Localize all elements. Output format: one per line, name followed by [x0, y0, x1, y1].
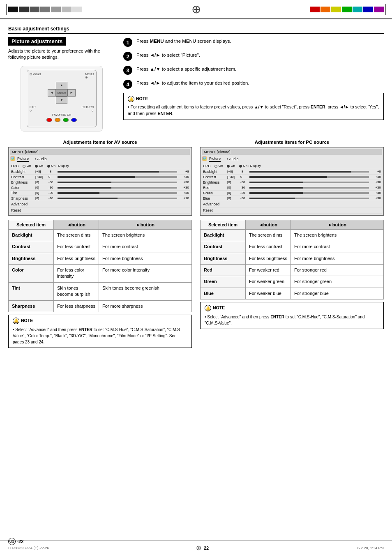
pc-brightness-label: Brightness [203, 180, 226, 184]
av-sharpness-range: [0] [35, 196, 47, 200]
table-row: Green For weaker green For stronger gree… [201, 276, 384, 288]
table-row: Blue For weaker blue For stronger blue [201, 288, 384, 299]
av-right-brightness: For more brightness [99, 253, 192, 264]
pc-red-slider [249, 187, 369, 189]
pc-brightness-min: -30 [240, 180, 248, 184]
av-opc-on: On [35, 164, 43, 168]
pc-item-blue: Blue [201, 288, 246, 299]
left-column: Picture adjustments Adjusts the picture … [8, 37, 115, 131]
pc-brightness-slider [249, 182, 369, 183]
pc-right-green: For stronger green [291, 276, 384, 288]
step-3-text: Press ▲/▼ to select a specific adjustmen… [136, 65, 236, 73]
step-1: 1 Press MENU and the MENU screen display… [123, 37, 384, 47]
pc-red-max: +30 [371, 186, 381, 189]
av-backlight-row: Backlight [+8] -8 +8 [10, 169, 190, 175]
pc-item-contrast: Contrast [201, 241, 246, 253]
footer-center: ⊕ 22 [196, 544, 209, 552]
page-header: ⊕ [0, 0, 392, 19]
pc-blue-label: Blue [203, 196, 226, 200]
av-note-title: 🔔 NOTE [13, 318, 187, 324]
av-sharpness-min: -10 [48, 196, 56, 200]
av-contrast-max: +40 [179, 175, 189, 179]
av-left-brightness: For less brightness [54, 253, 99, 264]
pc-contrast-label: Contrast [203, 175, 226, 179]
pc-tabs: 🖼️ Picture ♪ Audio [202, 157, 382, 162]
pc-left-brightness: For less brightness [246, 253, 291, 264]
table-row: Tint Skin tones become purplish Skin ton… [9, 282, 192, 300]
av-menu-sim: MENU [Picture] 🖼️ Picture ♪ Audio OPC Of… [8, 147, 192, 216]
pc-blue-min: -30 [240, 196, 248, 200]
pc-brightness-max: +30 [371, 180, 381, 184]
compass-bottom: ⊕ [196, 544, 201, 552]
step-2-text: Press ◄/► to select "Picture". [136, 51, 200, 59]
main-note-text: • For resetting all adjustment items to … [128, 104, 379, 117]
pc-audio-icon: ♪ [226, 157, 228, 161]
pc-contrast-row: Contrast [+30] 0 +40 [202, 175, 382, 180]
left-color-bars [6, 4, 82, 15]
pc-tab-audio: ♪ Audio [226, 157, 239, 162]
pc-contrast-slider [249, 176, 369, 178]
remote-inner: ⊡ Virtual MENU⊙ ▲ ◄ ENTER ► ▼ [27, 70, 97, 127]
table-row: Sharpness For less sharpness For more sh… [9, 300, 192, 312]
av-backlight-label: Backlight [11, 170, 34, 174]
remote-left-btn: ◄ [48, 89, 56, 97]
av-reset-row: Reset [10, 207, 190, 214]
pc-note-label: NOTE [213, 305, 225, 311]
remote-btn-b [55, 118, 60, 122]
pc-red-row: Red [0] -30 +30 [202, 185, 382, 191]
av-brightness-min: -30 [48, 180, 56, 184]
pc-red-range: [0] [227, 186, 239, 189]
av-note-icon: 🔔 [13, 318, 19, 324]
pc-tab-picture: Picture [209, 157, 221, 162]
av-tint-max: +30 [179, 191, 189, 195]
av-item-contrast: Contrast [9, 241, 54, 253]
pc-menu-label: MENU [Picture] [204, 150, 231, 154]
page-footer: LC-26/32GA5U(E)-22-26 ⊕ 22 05.2.28, 1:14… [0, 540, 392, 555]
remote-return: RETURN○ [82, 106, 94, 113]
pc-item-red: Red [201, 264, 246, 276]
menu-screenshots-section: Adjustments items for AV source MENU [Pi… [8, 140, 384, 348]
av-sharpness-slider [58, 198, 177, 199]
right-column: 1 Press MENU and the MENU screen display… [123, 37, 384, 131]
av-tint-range: [0] [35, 191, 47, 195]
av-note-text: • Select "Advanced" and then press ENTER… [13, 327, 187, 345]
footer-date: 05.2.28, 1:14 PM [355, 546, 384, 550]
av-brightness-slider [58, 182, 177, 183]
remote-exit-return-row: EXIT○ RETURN○ [30, 106, 94, 113]
pc-opc-row: OPC Off On On : Display [202, 163, 382, 169]
pc-item-brightness: Brightness [201, 253, 246, 264]
av-right-contrast: For more contrast [99, 241, 192, 253]
av-left-sharpness: For less sharpness [54, 300, 99, 312]
pc-green-slider [249, 192, 369, 194]
pc-blue-row: Blue [0] -30 +30 [202, 196, 382, 201]
av-source-title: Adjustments items for AV source [8, 140, 192, 145]
table-row: Color For less color intensity For more … [9, 264, 192, 282]
picture-adj-title: Picture adjustments [8, 37, 66, 46]
pc-item-backlight: Backlight [201, 229, 246, 241]
av-tint-min: -30 [48, 191, 56, 195]
av-adj-table: Selected item ◄button ►button Backlight … [8, 220, 192, 312]
remote-top-row: ⊡ Virtual MENU⊙ [30, 73, 94, 79]
av-tabs: 🖼️ Picture ♪ Audio [10, 157, 190, 162]
av-color-row: Color [0] -30 +30 [10, 185, 190, 191]
av-left-tint: Skin tones become purplish [54, 282, 99, 300]
av-advanced-row: Advanced [10, 201, 190, 207]
av-backlight-range: [+8] [35, 170, 47, 173]
remote-exit: EXIT○ [30, 106, 36, 113]
pc-right-contrast: For more contrast [291, 241, 384, 253]
table-row: Backlight The screen dims The screen bri… [9, 229, 192, 241]
av-item-brightness: Brightness [9, 253, 54, 264]
av-brightness-row: Brightness [0] -30 +30 [10, 180, 190, 185]
remote-down-btn: ▼ [56, 97, 67, 104]
av-note-label: NOTE [21, 318, 33, 324]
pc-left-red: For weaker red [246, 264, 291, 276]
pc-right-blue: For stronger blue [291, 288, 384, 299]
av-menu-label: MENU [Picture] [12, 150, 39, 154]
pc-note-box: 🔔 NOTE • Select "Advanced" and then pres… [200, 302, 384, 329]
pc-note-text: • Select "Advanced" and then press ENTER… [205, 314, 379, 326]
pc-contrast-min: 0 [240, 175, 248, 179]
av-col-left: ◄button [54, 220, 99, 229]
av-right-sharpness: For more sharpness [99, 300, 192, 312]
table-row: Backlight The screen dims The screen bri… [201, 229, 384, 241]
picture-adj-desc: Adjusts the picture to your preference w… [8, 48, 115, 61]
